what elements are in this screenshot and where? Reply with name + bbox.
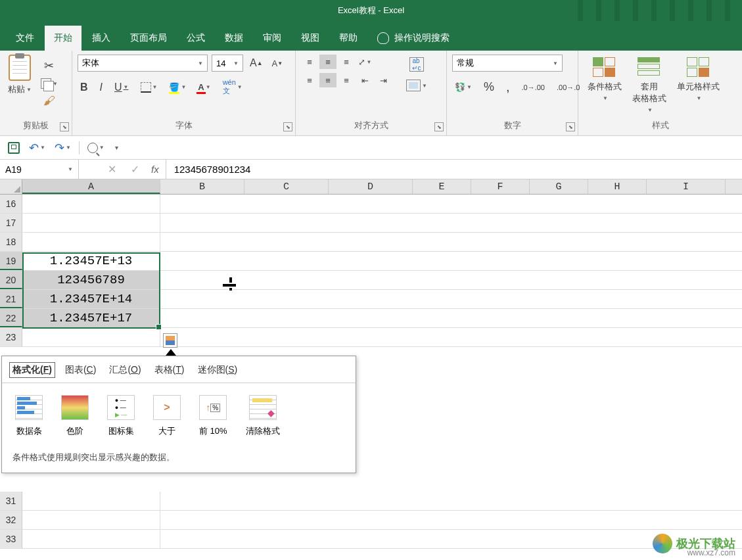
conditional-format-button[interactable]: 条件格式▼: [584, 55, 626, 104]
save-button[interactable]: [7, 141, 21, 155]
font-color-button[interactable]: A▼: [195, 81, 213, 93]
menu-page-layout[interactable]: 页面布局: [121, 26, 176, 51]
qa-option-iconset[interactable]: ● —● —▶ — 图标集: [107, 395, 135, 437]
cell-A20[interactable]: 123456789: [22, 271, 160, 289]
cell[interactable]: [22, 195, 160, 213]
cell-styles-button[interactable]: 单元格样式▼: [673, 55, 724, 104]
row-header[interactable]: 31: [0, 492, 22, 510]
decrease-indent-button[interactable]: ⇤: [356, 73, 373, 87]
qa-option-databars[interactable]: 数据条: [15, 395, 43, 437]
row-header[interactable]: 18: [0, 233, 22, 251]
menu-help[interactable]: 帮助: [330, 26, 367, 51]
row-header[interactable]: 23: [0, 328, 22, 346]
cut-button[interactable]: ✂: [38, 57, 60, 74]
font-name-select[interactable]: 宋体▼: [78, 55, 208, 72]
alignment-launcher[interactable]: ⬊: [434, 122, 444, 131]
cell[interactable]: [22, 328, 160, 346]
number-format-select[interactable]: 常规▼: [452, 55, 563, 72]
row-header[interactable]: 17: [0, 214, 22, 232]
percent-button[interactable]: %: [481, 79, 497, 95]
redo-button[interactable]: ↷▼: [53, 139, 72, 156]
col-header-B[interactable]: B: [160, 179, 244, 194]
currency-button[interactable]: 💱▼: [452, 81, 475, 93]
merge-button[interactable]: ▼: [404, 78, 430, 93]
spreadsheet-grid[interactable]: A B C D E F G H I 16 17 18 191.23457E+13…: [0, 179, 742, 549]
fx-icon[interactable]: fx: [151, 164, 159, 175]
qa-option-greater-than[interactable]: > 大于: [153, 395, 181, 437]
align-left-button[interactable]: ≡: [301, 73, 318, 87]
col-header-A[interactable]: A: [22, 179, 160, 194]
qa-tab-sparklines[interactable]: 迷你图(S)迷你图(S): [198, 364, 238, 376]
wrap-text-button[interactable]: ab↵c: [404, 56, 430, 73]
qa-option-clear[interactable]: ◆ 清除格式: [246, 395, 280, 437]
col-header-D[interactable]: D: [329, 179, 413, 194]
menu-file[interactable]: 文件: [7, 26, 43, 51]
clipboard-launcher[interactable]: ⬊: [60, 122, 69, 131]
cell-A21[interactable]: 1.23457E+14: [22, 290, 160, 308]
col-header-F[interactable]: F: [471, 179, 530, 194]
border-button[interactable]: ▼: [138, 81, 160, 94]
qa-tab-tables[interactable]: 表格(T)表格(T): [154, 364, 185, 376]
decrease-font-button[interactable]: A▼: [269, 57, 286, 70]
qa-tab-formatting[interactable]: 格式化(F)格式化(F): [9, 362, 55, 378]
font-launcher[interactable]: ⬊: [283, 122, 292, 131]
row-header[interactable]: 22: [0, 309, 22, 327]
col-header-I[interactable]: I: [647, 179, 726, 194]
undo-button[interactable]: ↶▼: [28, 139, 47, 156]
menu-home[interactable]: 开始: [45, 26, 81, 51]
phonetic-button[interactable]: wén文▼: [220, 77, 245, 97]
fill-color-button[interactable]: 🪣▼: [166, 81, 189, 93]
row-header[interactable]: 33: [0, 530, 22, 548]
align-top-button[interactable]: ≡: [301, 55, 318, 69]
align-middle-button[interactable]: ≡: [319, 55, 336, 69]
cell[interactable]: [22, 214, 160, 232]
print-preview-button[interactable]: ▼: [86, 141, 106, 154]
row-header[interactable]: 32: [0, 511, 22, 529]
format-painter-button[interactable]: 🖌: [38, 93, 60, 109]
row-header[interactable]: 21: [0, 290, 22, 308]
qa-tab-totals[interactable]: 汇总(O)汇总(O): [109, 364, 141, 376]
col-header-C[interactable]: C: [244, 179, 329, 194]
menu-view[interactable]: 视图: [292, 26, 329, 51]
align-center-button[interactable]: ≡: [319, 73, 336, 87]
cell-A22[interactable]: 1.23457E+17: [22, 309, 160, 327]
row-header[interactable]: 20: [0, 271, 22, 289]
cell[interactable]: [22, 492, 160, 510]
cell-A19[interactable]: 1.23457E+13: [22, 252, 160, 270]
menu-data[interactable]: 数据: [216, 26, 252, 51]
select-all-corner[interactable]: [0, 179, 22, 194]
row-header[interactable]: 19: [0, 252, 22, 270]
orientation-button[interactable]: ⤢▼: [356, 55, 373, 69]
enter-formula-button[interactable]: ✓: [128, 162, 142, 177]
cell[interactable]: [22, 233, 160, 251]
bold-button[interactable]: B: [78, 80, 91, 95]
increase-decimal-button[interactable]: .0→.00: [519, 82, 547, 93]
comma-button[interactable]: ,: [503, 78, 513, 96]
paste-button[interactable]: 粘贴▼: [5, 82, 34, 97]
formula-input[interactable]: 12345678901234: [166, 164, 742, 175]
col-header-E[interactable]: E: [413, 179, 471, 194]
row-header[interactable]: 16: [0, 195, 22, 213]
italic-button[interactable]: I: [97, 80, 105, 95]
quick-analysis-button[interactable]: [163, 333, 177, 348]
number-launcher[interactable]: ⬊: [566, 122, 575, 131]
qa-tab-charts[interactable]: 图表(C)图表(C): [65, 364, 96, 376]
copy-button[interactable]: ▼: [38, 77, 60, 90]
menu-review[interactable]: 审阅: [254, 26, 290, 51]
menu-insert[interactable]: 插入: [83, 26, 120, 51]
format-as-table-button[interactable]: 套用 表格格式▼: [628, 55, 670, 116]
cell[interactable]: [22, 530, 160, 548]
underline-button[interactable]: U▼: [112, 80, 131, 95]
align-right-button[interactable]: ≡: [338, 73, 355, 87]
qat-customize-button[interactable]: ▾: [112, 143, 120, 152]
font-size-select[interactable]: 14▼: [212, 55, 243, 72]
align-bottom-button[interactable]: ≡: [338, 55, 355, 69]
menu-formulas[interactable]: 公式: [177, 26, 214, 51]
paste-icon[interactable]: [9, 55, 31, 81]
increase-font-button[interactable]: A▲: [247, 56, 266, 70]
qa-option-top10[interactable]: ↑% 前 10%: [199, 395, 227, 437]
qa-option-colorscale[interactable]: 色阶: [61, 395, 89, 437]
col-header-G[interactable]: G: [530, 179, 588, 194]
col-header-H[interactable]: H: [588, 179, 647, 194]
cell[interactable]: [22, 511, 160, 529]
